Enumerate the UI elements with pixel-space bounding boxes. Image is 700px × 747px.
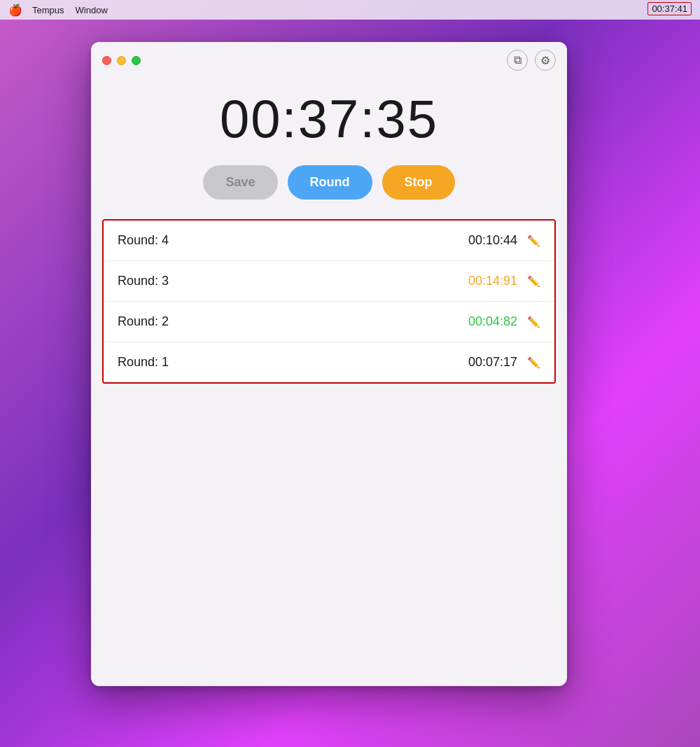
app-window: ⧉ ⚙ 00:37:35 Save Round Stop Round: 400:…: [91, 42, 567, 686]
menubar: 🍎 Tempus Window 00:37:41: [0, 0, 700, 20]
copy-button[interactable]: ⧉: [507, 50, 528, 71]
round-row: Round: 200:04:82✏️: [104, 302, 554, 342]
round-button[interactable]: Round: [288, 165, 372, 200]
minimize-button[interactable]: [117, 56, 126, 65]
round-label: Round: 2: [118, 314, 468, 329]
round-label: Round: 3: [118, 274, 468, 288]
menubar-window-menu[interactable]: Window: [76, 5, 108, 15]
round-time: 00:14:91: [468, 274, 517, 288]
round-label: Round: 1: [118, 355, 468, 370]
menubar-clock: 00:37:41: [648, 2, 692, 15]
round-row: Round: 400:10:44✏️: [104, 221, 554, 261]
round-time: 00:07:17: [468, 355, 517, 370]
round-time: 00:10:44: [468, 233, 517, 248]
window-toolbar: ⧉ ⚙: [507, 50, 556, 71]
round-row: Round: 300:14:91✏️: [104, 261, 554, 302]
edit-icon[interactable]: ✏️: [527, 316, 540, 328]
apple-menu[interactable]: 🍎: [8, 4, 22, 17]
close-button[interactable]: [102, 56, 111, 65]
maximize-button[interactable]: [132, 56, 141, 65]
titlebar: ⧉ ⚙: [91, 42, 567, 78]
round-row: Round: 100:07:17✏️: [104, 342, 554, 382]
edit-icon[interactable]: ✏️: [527, 235, 540, 247]
edit-icon[interactable]: ✏️: [527, 275, 540, 288]
control-buttons: Save Round Stop: [203, 165, 454, 200]
settings-button[interactable]: ⚙: [535, 50, 556, 71]
traffic-lights: [102, 56, 141, 65]
menubar-app-name[interactable]: Tempus: [32, 5, 64, 15]
round-label: Round: 4: [118, 233, 468, 248]
rounds-list: Round: 400:10:44✏️Round: 300:14:91✏️Roun…: [102, 219, 556, 384]
timer-area: 00:37:35 Save Round Stop: [91, 78, 567, 219]
round-time: 00:04:82: [468, 314, 517, 329]
timer-display: 00:37:35: [220, 92, 438, 146]
stop-button[interactable]: Stop: [382, 165, 455, 200]
save-button[interactable]: Save: [203, 165, 277, 200]
edit-icon[interactable]: ✏️: [527, 356, 540, 369]
